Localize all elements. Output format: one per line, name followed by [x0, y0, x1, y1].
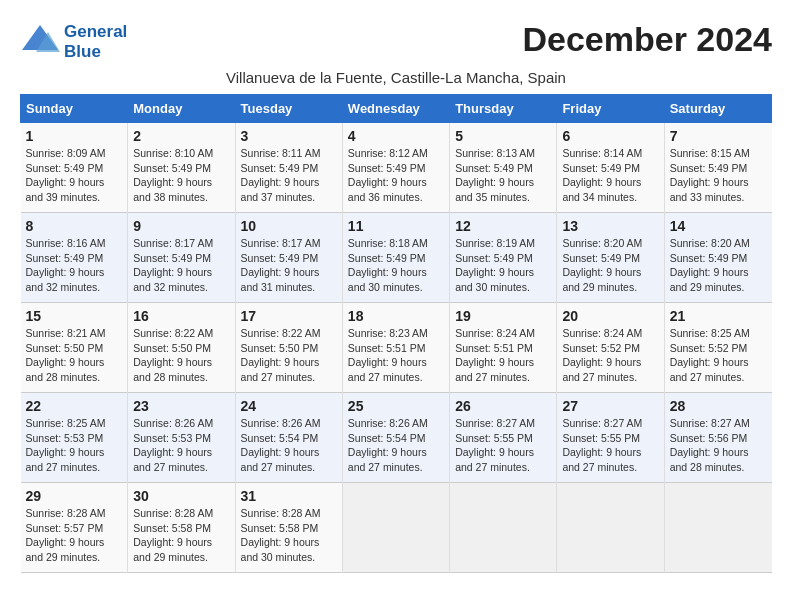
empty-cell-3	[557, 483, 664, 573]
day-1: 1Sunrise: 8:09 AMSunset: 5:49 PMDaylight…	[21, 123, 128, 213]
day-17: 17Sunrise: 8:22 AMSunset: 5:50 PMDayligh…	[235, 303, 342, 393]
day-23: 23Sunrise: 8:26 AMSunset: 5:53 PMDayligh…	[128, 393, 235, 483]
week-row-4: 22Sunrise: 8:25 AMSunset: 5:53 PMDayligh…	[21, 393, 772, 483]
logo: General Blue	[20, 20, 127, 64]
column-header-row: Sunday Monday Tuesday Wednesday Thursday…	[21, 95, 772, 123]
day-6: 6Sunrise: 8:14 AMSunset: 5:49 PMDaylight…	[557, 123, 664, 213]
day-15: 15Sunrise: 8:21 AMSunset: 5:50 PMDayligh…	[21, 303, 128, 393]
day-21: 21Sunrise: 8:25 AMSunset: 5:52 PMDayligh…	[664, 303, 771, 393]
day-28: 28Sunrise: 8:27 AMSunset: 5:56 PMDayligh…	[664, 393, 771, 483]
title-block: December 2024	[522, 20, 772, 59]
logo-general: General	[64, 22, 127, 42]
col-saturday: Saturday	[664, 95, 771, 123]
day-10: 10Sunrise: 8:17 AMSunset: 5:49 PMDayligh…	[235, 213, 342, 303]
week-row-1: 1Sunrise: 8:09 AMSunset: 5:49 PMDaylight…	[21, 123, 772, 213]
day-3: 3Sunrise: 8:11 AMSunset: 5:49 PMDaylight…	[235, 123, 342, 213]
day-14: 14Sunrise: 8:20 AMSunset: 5:49 PMDayligh…	[664, 213, 771, 303]
week-row-3: 15Sunrise: 8:21 AMSunset: 5:50 PMDayligh…	[21, 303, 772, 393]
col-sunday: Sunday	[21, 95, 128, 123]
page-header: General Blue December 2024	[20, 20, 772, 64]
col-wednesday: Wednesday	[342, 95, 449, 123]
week-row-5: 29Sunrise: 8:28 AMSunset: 5:57 PMDayligh…	[21, 483, 772, 573]
calendar-table: Sunday Monday Tuesday Wednesday Thursday…	[20, 94, 772, 573]
day-4: 4Sunrise: 8:12 AMSunset: 5:49 PMDaylight…	[342, 123, 449, 213]
day-2: 2Sunrise: 8:10 AMSunset: 5:49 PMDaylight…	[128, 123, 235, 213]
day-25: 25Sunrise: 8:26 AMSunset: 5:54 PMDayligh…	[342, 393, 449, 483]
day-31: 31Sunrise: 8:28 AMSunset: 5:58 PMDayligh…	[235, 483, 342, 573]
day-13: 13Sunrise: 8:20 AMSunset: 5:49 PMDayligh…	[557, 213, 664, 303]
day-22: 22Sunrise: 8:25 AMSunset: 5:53 PMDayligh…	[21, 393, 128, 483]
day-9: 9Sunrise: 8:17 AMSunset: 5:49 PMDaylight…	[128, 213, 235, 303]
empty-cell-2	[450, 483, 557, 573]
location-label: Villanueva de la Fuente, Castille-La Man…	[20, 69, 772, 86]
day-11: 11Sunrise: 8:18 AMSunset: 5:49 PMDayligh…	[342, 213, 449, 303]
day-29: 29Sunrise: 8:28 AMSunset: 5:57 PMDayligh…	[21, 483, 128, 573]
day-24: 24Sunrise: 8:26 AMSunset: 5:54 PMDayligh…	[235, 393, 342, 483]
col-friday: Friday	[557, 95, 664, 123]
day-7: 7Sunrise: 8:15 AMSunset: 5:49 PMDaylight…	[664, 123, 771, 213]
day-27: 27Sunrise: 8:27 AMSunset: 5:55 PMDayligh…	[557, 393, 664, 483]
day-30: 30Sunrise: 8:28 AMSunset: 5:58 PMDayligh…	[128, 483, 235, 573]
day-26: 26Sunrise: 8:27 AMSunset: 5:55 PMDayligh…	[450, 393, 557, 483]
day-8: 8Sunrise: 8:16 AMSunset: 5:49 PMDaylight…	[21, 213, 128, 303]
day-5: 5Sunrise: 8:13 AMSunset: 5:49 PMDaylight…	[450, 123, 557, 213]
day-18: 18Sunrise: 8:23 AMSunset: 5:51 PMDayligh…	[342, 303, 449, 393]
col-tuesday: Tuesday	[235, 95, 342, 123]
day-19: 19Sunrise: 8:24 AMSunset: 5:51 PMDayligh…	[450, 303, 557, 393]
day-20: 20Sunrise: 8:24 AMSunset: 5:52 PMDayligh…	[557, 303, 664, 393]
col-monday: Monday	[128, 95, 235, 123]
day-12: 12Sunrise: 8:19 AMSunset: 5:49 PMDayligh…	[450, 213, 557, 303]
month-year-title: December 2024	[522, 20, 772, 59]
empty-cell-1	[342, 483, 449, 573]
day-16: 16Sunrise: 8:22 AMSunset: 5:50 PMDayligh…	[128, 303, 235, 393]
col-thursday: Thursday	[450, 95, 557, 123]
week-row-2: 8Sunrise: 8:16 AMSunset: 5:49 PMDaylight…	[21, 213, 772, 303]
empty-cell-4	[664, 483, 771, 573]
logo-blue: Blue	[64, 42, 127, 62]
